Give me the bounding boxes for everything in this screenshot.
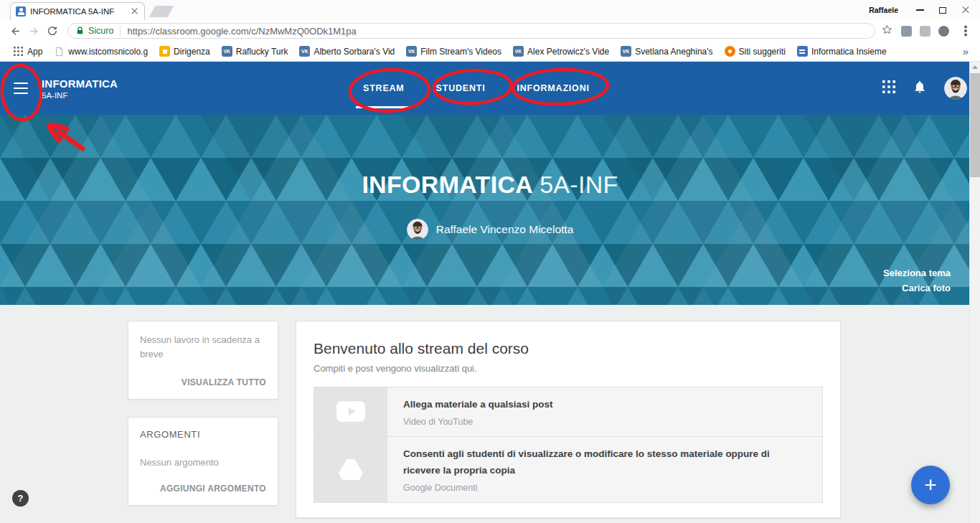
chrome-profile-name[interactable]: Raffaele bbox=[869, 6, 898, 14]
informatica-insieme-icon bbox=[797, 46, 808, 57]
course-section: 5A-INF bbox=[42, 91, 118, 100]
tab-title: INFORMATICA 5A-INF bbox=[30, 7, 129, 16]
course-banner: INFORMATICA5A-INF Raffaele Vincenzo Mice… bbox=[0, 115, 980, 305]
select-theme-link[interactable]: Seleziona tema bbox=[883, 268, 951, 278]
minimize-button[interactable] bbox=[908, 0, 931, 20]
tip-subtitle: Google Documenti bbox=[403, 483, 805, 493]
topics-empty-text: Nessun argomento bbox=[140, 457, 266, 468]
course-name: INFORMATICA bbox=[42, 77, 118, 90]
forward-icon[interactable] bbox=[24, 22, 43, 40]
scrollbar-thumb[interactable] bbox=[970, 73, 980, 177]
banner-teacher-row: Raffaele Vincenzo Micelotta bbox=[0, 219, 980, 240]
maximize-button[interactable] bbox=[931, 0, 954, 20]
vk-icon: VK bbox=[621, 46, 631, 57]
page-scrollbar[interactable] bbox=[969, 62, 980, 523]
vk-icon: VK bbox=[513, 46, 524, 57]
bookmark-item[interactable]: VK Alberto Sorbara's Vid bbox=[293, 46, 400, 57]
tab-stream[interactable]: STREAM bbox=[363, 62, 405, 115]
browser-menu-icon[interactable] bbox=[964, 29, 967, 32]
tip-title: Allega materiale a qualsiasi post bbox=[403, 397, 553, 413]
tab-close-icon[interactable] bbox=[129, 6, 139, 17]
stream-tips-list: Allega materiale a qualsiasi post Video … bbox=[314, 387, 823, 503]
tab-studenti[interactable]: STUDENTI bbox=[436, 62, 486, 115]
teacher-name: Raffaele Vincenzo Micelotta bbox=[436, 223, 574, 236]
tip-row[interactable]: Consenti agli studenti di visualizzare o… bbox=[314, 436, 822, 502]
bookmark-item[interactable]: VK Film Stream's Videos bbox=[400, 46, 507, 57]
bookmarks-bar: App www.istcomsnicolo.g Dirigenza VK Raf… bbox=[0, 42, 980, 62]
topics-title: ARGOMENTI bbox=[140, 429, 266, 440]
omnibox-divider bbox=[120, 26, 121, 36]
notifications-bell-icon[interactable] bbox=[913, 80, 927, 97]
banner-course-title: INFORMATICA5A-INF bbox=[0, 171, 980, 199]
vk-icon: VK bbox=[299, 46, 310, 57]
banner-pattern bbox=[0, 115, 980, 305]
upload-photo-link[interactable]: Carica foto bbox=[902, 283, 951, 293]
address-bar[interactable]: Sicuro https://classroom.google.com/c/Nz… bbox=[67, 23, 875, 39]
left-column: Nessun lavoro in scadenza a breve VISUAL… bbox=[128, 321, 278, 523]
create-post-fab[interactable]: + bbox=[911, 466, 950, 504]
window-close-button[interactable] bbox=[954, 0, 977, 20]
bookmark-item[interactable]: www.istcomsnicolo.g bbox=[48, 46, 154, 57]
bookmark-item[interactable]: VK Svetlana Aneghina's bbox=[615, 46, 718, 57]
scrollbar-up-arrow[interactable] bbox=[970, 62, 980, 72]
dirigenza-icon bbox=[159, 46, 170, 57]
course-title-block[interactable]: INFORMATICA 5A-INF bbox=[42, 77, 118, 100]
teacher-avatar bbox=[407, 219, 428, 240]
stream-content: Nessun lavoro in scadenza a breve VISUAL… bbox=[0, 305, 980, 523]
vk-icon: VK bbox=[406, 46, 417, 57]
welcome-subtitle: Compiti e post vengono visualizzati qui. bbox=[314, 363, 823, 374]
view-all-link[interactable]: VISUALIZZA TUTTO bbox=[140, 377, 266, 387]
upcoming-work-text: Nessun lavoro in scadenza a breve bbox=[140, 333, 266, 362]
bookmark-apps[interactable]: App bbox=[7, 46, 48, 57]
welcome-title: Benvenuto allo stream del corso bbox=[314, 340, 823, 357]
suggested-sites-icon bbox=[725, 46, 735, 57]
new-tab-button[interactable] bbox=[149, 6, 174, 17]
browser-titlebar: INFORMATICA 5A-INF Raffaele bbox=[0, 0, 980, 20]
bookmark-item[interactable]: Dirigenza bbox=[154, 46, 216, 57]
url-text[interactable]: https://classroom.google.com/c/NzMwMzQ0O… bbox=[127, 26, 356, 37]
welcome-card: Benvenuto allo stream del corso Compiti … bbox=[296, 321, 841, 518]
window-controls: Raffaele bbox=[869, 0, 977, 20]
reload-icon[interactable] bbox=[43, 22, 62, 40]
vk-icon: VK bbox=[222, 46, 232, 57]
bookmark-item[interactable]: VK Alex Petrowicz's Vide bbox=[507, 46, 615, 57]
tip-title: Consenti agli studenti di visualizzare o… bbox=[403, 446, 805, 479]
tab-informazioni[interactable]: INFORMAZIONI bbox=[517, 62, 589, 115]
lock-icon bbox=[75, 26, 85, 36]
secure-label: Sicuro bbox=[88, 26, 113, 36]
page-icon bbox=[54, 46, 65, 57]
topics-card: ARGOMENTI Nessun argomento AGGIUNGI ARGO… bbox=[128, 417, 278, 506]
user-avatar[interactable] bbox=[944, 77, 967, 100]
help-button[interactable]: ? bbox=[12, 490, 29, 506]
classroom-favicon-icon bbox=[16, 6, 26, 17]
bookmark-star-icon[interactable] bbox=[881, 24, 893, 39]
tip-row[interactable]: Allega materiale a qualsiasi post Video … bbox=[314, 387, 822, 436]
bookmark-item[interactable]: VK Raflucky Turk bbox=[216, 46, 294, 57]
browser-tab[interactable]: INFORMATICA 5A-INF bbox=[10, 2, 145, 20]
google-apps-icon[interactable] bbox=[882, 80, 895, 96]
classroom-tabs: STREAM STUDENTI INFORMAZIONI bbox=[363, 62, 590, 115]
banner-links: Seleziona tema Carica foto bbox=[883, 268, 951, 293]
classroom-header: INFORMATICA 5A-INF STREAM STUDENTI INFOR… bbox=[0, 62, 980, 115]
upcoming-work-card: Nessun lavoro in scadenza a breve VISUAL… bbox=[128, 321, 278, 400]
youtube-icon bbox=[314, 387, 387, 436]
bookmark-item[interactable]: Informatica Insieme bbox=[791, 46, 892, 57]
menu-hamburger-icon[interactable] bbox=[0, 62, 42, 115]
tip-subtitle: Video di YouTube bbox=[403, 417, 553, 427]
main-column: Benvenuto allo stream del corso Compiti … bbox=[296, 321, 841, 523]
bookmark-item[interactable]: Siti suggeriti bbox=[719, 46, 791, 57]
add-topic-link[interactable]: AGGIUNGI ARGOMENTO bbox=[140, 484, 266, 494]
toolbar-right-icons bbox=[881, 24, 974, 39]
browser-toolbar: Sicuro https://classroom.google.com/c/Nz… bbox=[0, 20, 980, 42]
extension-icon-2[interactable] bbox=[920, 26, 930, 37]
drive-icon bbox=[314, 437, 387, 502]
classroom-header-actions bbox=[882, 62, 967, 115]
bookmarks-overflow-icon[interactable]: » bbox=[958, 45, 973, 57]
apps-grid-icon bbox=[13, 46, 24, 57]
extension-icon-1[interactable] bbox=[901, 26, 912, 37]
back-icon[interactable] bbox=[6, 22, 24, 40]
extension-icon-3[interactable] bbox=[938, 26, 949, 37]
